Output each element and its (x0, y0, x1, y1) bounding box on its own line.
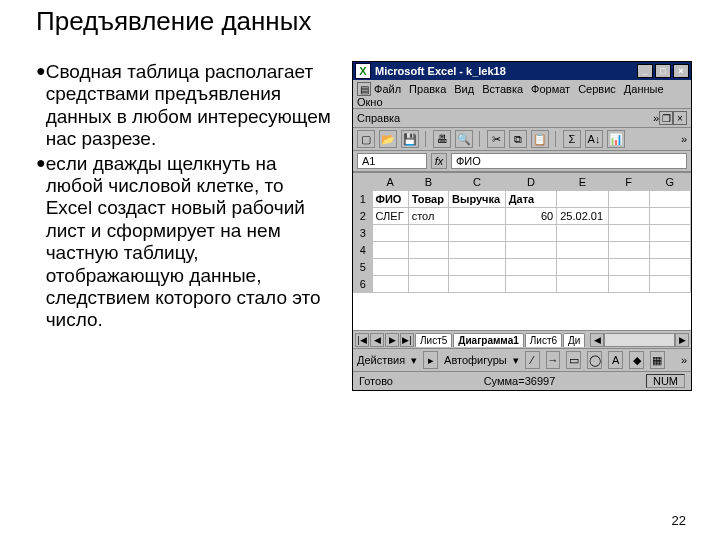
row-header[interactable]: 5 (354, 259, 373, 276)
cell[interactable] (449, 208, 506, 225)
sheet-tab[interactable]: Лист5 (415, 333, 452, 347)
cell[interactable]: стол (408, 208, 448, 225)
cell[interactable] (505, 276, 557, 293)
cell[interactable] (608, 225, 649, 242)
cell[interactable] (649, 242, 690, 259)
shadow-icon[interactable]: ▦ (650, 351, 665, 369)
cell[interactable] (608, 276, 649, 293)
menu-tools[interactable]: Сервис (578, 83, 616, 95)
line-icon[interactable]: ⁄ (525, 351, 540, 369)
row-header[interactable]: 4 (354, 242, 373, 259)
sort-icon[interactable]: A↓ (585, 130, 603, 148)
cell[interactable] (505, 225, 557, 242)
h-scrollbar[interactable]: ◀ ▶ (590, 333, 689, 347)
cell[interactable]: Дата (505, 191, 557, 208)
cell[interactable] (649, 191, 690, 208)
cell[interactable] (608, 191, 649, 208)
cell[interactable]: ФИО (372, 191, 408, 208)
close-button[interactable]: × (673, 64, 689, 78)
actions-menu[interactable]: Действия (357, 354, 405, 366)
cell[interactable] (608, 208, 649, 225)
cell[interactable] (557, 191, 608, 208)
cell[interactable] (557, 259, 608, 276)
draw-overflow-icon[interactable]: » (681, 354, 687, 366)
sheet-tab[interactable]: Лист6 (525, 333, 562, 347)
cell[interactable] (649, 276, 690, 293)
cell[interactable]: 25.02.01 (557, 208, 608, 225)
cell[interactable] (372, 259, 408, 276)
menu-file[interactable]: Файл (374, 83, 401, 95)
tab-nav-next-icon[interactable]: ▶ (385, 333, 399, 347)
cell[interactable] (505, 242, 557, 259)
textbox-icon[interactable]: A (608, 351, 623, 369)
sum-icon[interactable]: Σ (563, 130, 581, 148)
cell[interactable] (557, 276, 608, 293)
save-icon[interactable]: 💾 (401, 130, 419, 148)
cell[interactable] (372, 242, 408, 259)
col-header[interactable]: E (557, 174, 608, 191)
autoshapes-menu[interactable]: Автофигуры (444, 354, 507, 366)
print-icon[interactable]: 🖶 (433, 130, 451, 148)
row-header[interactable]: 3 (354, 225, 373, 242)
cell[interactable] (408, 225, 448, 242)
select-all-corner[interactable] (354, 174, 373, 191)
cell[interactable] (449, 242, 506, 259)
cell[interactable]: Товар (408, 191, 448, 208)
fill-icon[interactable]: ◆ (629, 351, 644, 369)
copy-icon[interactable]: ⧉ (509, 130, 527, 148)
cell[interactable] (557, 225, 608, 242)
fx-button[interactable]: fx (431, 153, 447, 169)
doc-close-button[interactable]: × (673, 111, 687, 125)
col-header[interactable]: C (449, 174, 506, 191)
menu-window[interactable]: Окно (357, 96, 383, 108)
cell[interactable] (372, 276, 408, 293)
rect-icon[interactable]: ▭ (566, 351, 581, 369)
minimize-button[interactable]: _ (637, 64, 653, 78)
scroll-right-icon[interactable]: ▶ (675, 333, 689, 347)
open-icon[interactable]: 📂 (379, 130, 397, 148)
cell[interactable] (408, 276, 448, 293)
sheet-tab[interactable]: Диаграмма1 (453, 333, 523, 347)
menu-format[interactable]: Формат (531, 83, 570, 95)
col-header[interactable]: D (505, 174, 557, 191)
new-icon[interactable]: ▢ (357, 130, 375, 148)
cell[interactable] (449, 225, 506, 242)
menu-help[interactable]: Справка (357, 112, 400, 124)
cell[interactable]: Выручка (449, 191, 506, 208)
doc-icon[interactable]: ▤ (357, 82, 371, 96)
col-header[interactable]: A (372, 174, 408, 191)
doc-restore-button[interactable]: ❐ (659, 111, 673, 125)
col-header[interactable]: F (608, 174, 649, 191)
paste-icon[interactable]: 📋 (531, 130, 549, 148)
cut-icon[interactable]: ✂ (487, 130, 505, 148)
maximize-button[interactable]: □ (655, 64, 671, 78)
col-header[interactable]: B (408, 174, 448, 191)
cell[interactable] (449, 276, 506, 293)
pointer-icon[interactable]: ▸ (423, 351, 438, 369)
cell[interactable]: 60 (505, 208, 557, 225)
tab-nav-first-icon[interactable]: |◀ (355, 333, 369, 347)
formula-input[interactable]: ФИО (451, 153, 687, 169)
sheet-grid[interactable]: A B C D E F G 1 ФИО Товар Выручка Дата (353, 172, 691, 330)
cell[interactable] (449, 259, 506, 276)
menu-data[interactable]: Данные (624, 83, 664, 95)
name-box[interactable]: A1 (357, 153, 427, 169)
sheet-tab[interactable]: Ди (563, 333, 585, 347)
cell[interactable] (408, 259, 448, 276)
row-header[interactable]: 1 (354, 191, 373, 208)
menu-insert[interactable]: Вставка (482, 83, 523, 95)
scroll-left-icon[interactable]: ◀ (590, 333, 604, 347)
chart-icon[interactable]: 📊 (607, 130, 625, 148)
preview-icon[interactable]: 🔍 (455, 130, 473, 148)
cell[interactable]: СЛЕГ (372, 208, 408, 225)
tab-nav-last-icon[interactable]: ▶| (400, 333, 414, 347)
oval-icon[interactable]: ◯ (587, 351, 602, 369)
toolbar-overflow-icon[interactable]: » (681, 133, 687, 145)
menu-edit[interactable]: Правка (409, 83, 446, 95)
menu-view[interactable]: Вид (454, 83, 474, 95)
cell[interactable] (649, 259, 690, 276)
cell[interactable] (649, 225, 690, 242)
cell[interactable] (372, 225, 408, 242)
cell[interactable] (557, 242, 608, 259)
cell[interactable] (505, 259, 557, 276)
